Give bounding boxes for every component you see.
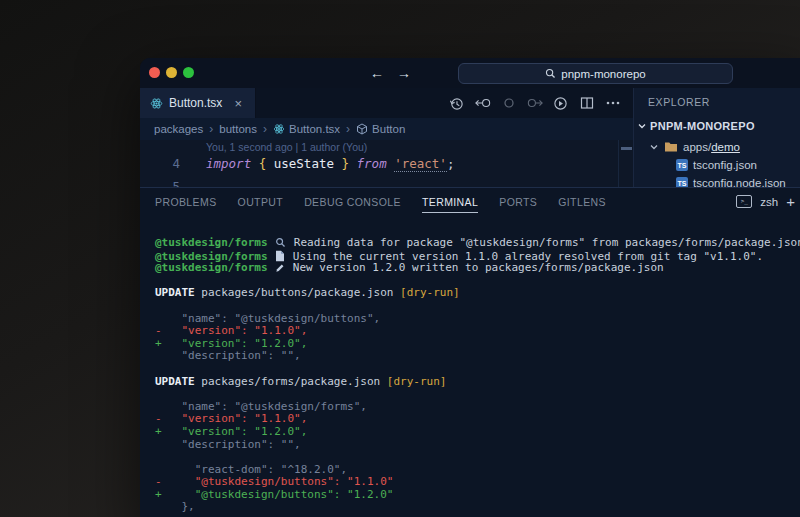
breadcrumb-separator: ›: [263, 122, 267, 136]
editor-toolbar: [448, 88, 621, 118]
minimap[interactable]: [618, 140, 633, 187]
back-button[interactable]: ←: [370, 65, 384, 81]
folder-icon: [664, 141, 678, 153]
minimap-line-mark: [621, 147, 632, 150]
command-center-search[interactable]: pnpm-monorepo: [458, 63, 733, 84]
bottom-panel: PROBLEMSOUTPUTDEBUG CONSOLETERMINALPORTS…: [140, 187, 800, 517]
prev-change-icon[interactable]: [474, 95, 491, 112]
pencil-icon: [275, 263, 285, 277]
search-value: pnpm-monorepo: [561, 68, 645, 80]
tab-button-tsx[interactable]: Button.tsx ×: [140, 88, 256, 118]
file-label: tsconfig.node.json: [693, 177, 786, 187]
traffic-lights: [149, 67, 194, 78]
forward-button[interactable]: →: [397, 65, 411, 81]
search-icon: [545, 68, 556, 79]
folder-label: apps/demo: [683, 141, 740, 153]
panel-tab-debug-console[interactable]: DEBUG CONSOLE: [304, 191, 401, 212]
code-line: import { useState } from 'react';: [206, 156, 454, 171]
run-icon[interactable]: [552, 95, 569, 112]
explorer-root-folder[interactable]: PNPM-MONOREPO: [637, 120, 755, 132]
gitlens-blame-annotation: You, 1 second ago | 1 author (You): [206, 141, 367, 153]
more-actions-icon[interactable]: [604, 95, 621, 112]
panel-tab-bar: PROBLEMSOUTPUTDEBUG CONSOLETERMINALPORTS…: [155, 188, 606, 215]
desktop-background: ← → pnpm-monorepo Button.tsx ×: [0, 0, 800, 517]
code-editor[interactable]: You, 1 second ago | 1 author (You) 4 imp…: [140, 140, 633, 187]
react-icon: [273, 123, 285, 135]
ts-icon: TS: [676, 159, 688, 171]
vscode-window: ← → pnpm-monorepo Button.tsx ×: [140, 58, 800, 517]
explorer-file-tsconfig.json[interactable]: TStsconfig.json: [634, 156, 800, 174]
zoom-window-button[interactable]: [183, 67, 194, 78]
line-number: 4: [140, 156, 180, 171]
chevron-down-icon: [649, 142, 659, 152]
terminal-line: },: [155, 501, 800, 514]
panel-tab-gitlens[interactable]: GITLENS: [558, 191, 606, 212]
panel-tab-ports[interactable]: PORTS: [499, 191, 537, 212]
chevron-down-icon: [637, 121, 647, 131]
terminal-line: @tuskdesign/forms Reading data for packa…: [155, 237, 800, 250]
split-editor-icon[interactable]: [578, 95, 595, 112]
minimize-window-button[interactable]: [166, 67, 177, 78]
panel-tab-output[interactable]: OUTPUT: [238, 191, 284, 212]
breadcrumb-separator: ›: [346, 122, 350, 136]
symbol-cube-icon: [356, 123, 368, 135]
breadcrumb: packages›buttons›Button.tsx›Button: [140, 118, 633, 140]
file-label: tsconfig.json: [693, 159, 757, 171]
close-tab-icon[interactable]: ×: [234, 96, 242, 111]
terminal-line: UPDATE packages/forms/package.json [dry-…: [155, 376, 800, 389]
breadcrumb-item[interactable]: Button: [356, 123, 405, 135]
explorer-file-tsconfig.node.json[interactable]: TStsconfig.node.json: [634, 174, 800, 187]
explorer-sidebar: EXPLORER PNPM-MONOREPO apps/demoTStsconf…: [633, 88, 800, 187]
change-circle-icon[interactable]: [500, 95, 517, 112]
react-icon: [150, 97, 163, 110]
terminal-output[interactable]: @tuskdesign/forms Reading data for packa…: [155, 237, 800, 514]
next-change-icon[interactable]: [526, 95, 543, 112]
breadcrumb-item[interactable]: Button.tsx: [273, 123, 340, 135]
line-number-next: 5: [140, 179, 180, 187]
explorer-folder-demo[interactable]: apps/demo: [634, 138, 800, 156]
terminal-line: + "@tuskdesign/buttons": "1.2.0": [155, 489, 800, 502]
terminal-line: "description": "",: [155, 350, 800, 363]
timeline-icon[interactable]: [448, 95, 465, 112]
panel-tab-problems[interactable]: PROBLEMS: [155, 191, 217, 212]
titlebar[interactable]: ← → pnpm-monorepo: [140, 58, 800, 88]
breadcrumb-separator: ›: [209, 122, 213, 136]
terminal-line: "description": "",: [155, 439, 800, 452]
terminal-line: UPDATE packages/buttons/package.json [dr…: [155, 287, 800, 300]
explorer-header: EXPLORER: [648, 96, 710, 108]
terminal-icon: >_: [736, 195, 752, 208]
editor-tab-bar: Button.tsx ×: [140, 88, 633, 118]
close-window-button[interactable]: [149, 67, 160, 78]
tab-title: Button.tsx: [169, 96, 222, 110]
panel-tab-terminal[interactable]: TERMINAL: [422, 191, 478, 213]
ts-icon: TS: [676, 177, 688, 187]
new-terminal-button[interactable]: +: [786, 193, 795, 210]
breadcrumb-item[interactable]: packages: [154, 123, 203, 135]
breadcrumb-item[interactable]: buttons: [219, 123, 257, 135]
terminal-line: @tuskdesign/forms New version 1.2.0 writ…: [155, 262, 800, 275]
shell-label[interactable]: zsh: [760, 196, 778, 208]
